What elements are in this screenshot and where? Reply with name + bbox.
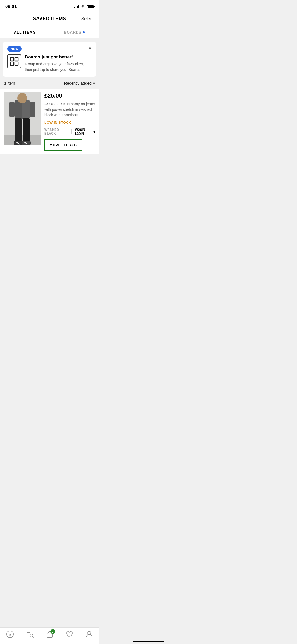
svg-rect-0 (10, 57, 14, 61)
boards-banner: NEW × Boards just got better! Group and … (3, 42, 96, 77)
sort-bar: 1 item Recently added ▾ (0, 77, 99, 89)
svg-rect-2 (10, 62, 14, 65)
tab-boards[interactable]: BOARDS (50, 26, 99, 38)
product-size: W26IN L30IN (75, 128, 92, 136)
size-selector[interactable]: W26IN L30IN ▾ (75, 128, 95, 136)
battery-icon (87, 5, 94, 8)
svg-rect-15 (23, 118, 30, 143)
page-title: SAVED ITEMS (33, 16, 66, 21)
content-spacer (0, 155, 99, 208)
svg-rect-13 (30, 102, 35, 117)
svg-rect-3 (15, 62, 18, 65)
boards-icon (7, 54, 21, 68)
size-chevron-icon: ▾ (93, 130, 95, 134)
svg-rect-14 (15, 118, 22, 143)
product-price: £25.00 (44, 92, 95, 99)
sort-label: Recently added (64, 81, 92, 85)
svg-rect-1 (15, 57, 18, 61)
product-image[interactable] (4, 92, 41, 145)
status-time: 09:01 (5, 4, 17, 9)
svg-rect-12 (9, 102, 15, 117)
sort-chevron-icon: ▾ (93, 81, 95, 85)
product-info: £25.00 ASOS DESIGN spray on jeans with p… (44, 92, 95, 151)
status-icons (74, 4, 94, 9)
sort-dropdown[interactable]: Recently added ▾ (64, 81, 95, 85)
banner-body: Boards just got better! Group and organi… (7, 54, 92, 72)
page-header: SAVED ITEMS Select (0, 12, 99, 26)
select-button[interactable]: Select (81, 16, 94, 21)
signal-icon (74, 5, 79, 8)
product-color: WASHED BLACK (44, 128, 68, 135)
product-card: £25.00 ASOS DESIGN spray on jeans with p… (0, 89, 99, 154)
status-bar: 09:01 (0, 0, 99, 12)
wifi-icon (81, 4, 85, 9)
banner-title: Boards just got better! (25, 54, 92, 60)
banner-text: Boards just got better! Group and organi… (25, 54, 92, 72)
boards-dot (83, 31, 85, 33)
product-stock-status: LOW IN STOCK (44, 121, 95, 125)
tab-all-items[interactable]: ALL ITEMS (0, 26, 50, 38)
tab-bar: ALL ITEMS BOARDS (0, 26, 99, 38)
banner-close-button[interactable]: × (88, 45, 92, 51)
main-content: NEW × Boards just got better! Group and … (0, 42, 99, 234)
variant-divider (71, 129, 72, 134)
product-name: ASOS DESIGN spray on jeans with power st… (44, 101, 95, 118)
new-badge: NEW (7, 46, 22, 52)
item-count: 1 item (4, 81, 15, 85)
svg-point-11 (17, 93, 27, 103)
product-variants: WASHED BLACK W26IN L30IN ▾ (44, 128, 95, 136)
svg-rect-17 (22, 141, 31, 145)
banner-description: Group and organise your favourites, then… (25, 61, 92, 72)
move-to-bag-button[interactable]: MOVE TO BAG (44, 139, 82, 151)
